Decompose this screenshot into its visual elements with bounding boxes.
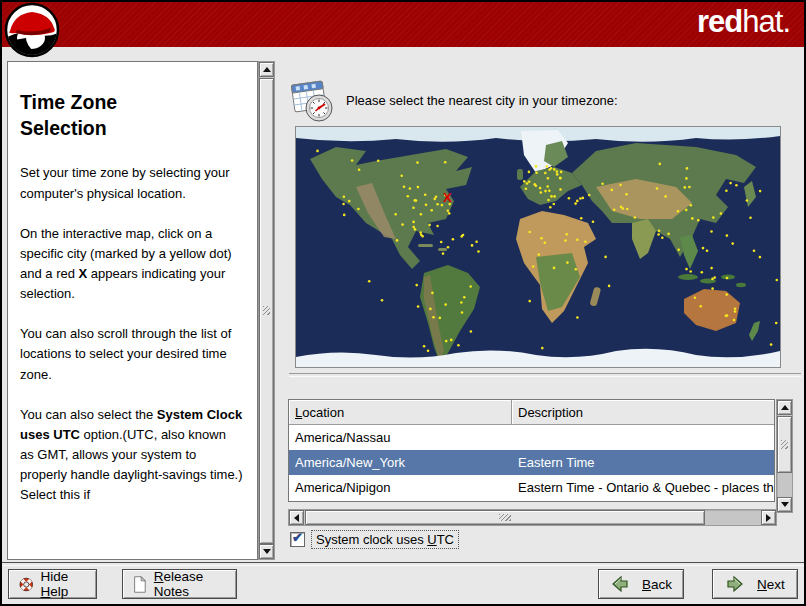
help-scrollbar-thumb[interactable] bbox=[259, 78, 274, 544]
hide-help-label: Hide Help bbox=[41, 569, 86, 599]
world-map-image: X bbox=[296, 127, 780, 367]
help-scroll-up-button[interactable] bbox=[259, 62, 274, 77]
header-bar bbox=[2, 2, 804, 47]
help-paragraph-3: You can also scroll through the list of … bbox=[20, 324, 243, 384]
arrow-down-icon bbox=[263, 549, 271, 554]
help-paragraph-1: Set your time zone by selecting your com… bbox=[20, 163, 243, 203]
back-arrow-icon bbox=[610, 575, 630, 593]
row-description: Eastern Time bbox=[512, 450, 774, 475]
brand-red: red bbox=[697, 4, 742, 39]
installer-window: redhat. Time Zone Selection Set your tim… bbox=[0, 0, 806, 606]
document-icon bbox=[133, 574, 147, 595]
table-scroll-right-button[interactable] bbox=[761, 510, 776, 525]
release-notes-button[interactable]: Release Notes bbox=[122, 569, 237, 599]
life-preserver-icon bbox=[19, 575, 34, 594]
table-row-selected[interactable]: America/New_York Eastern Time bbox=[289, 450, 774, 475]
help-paragraph-4: You can also select the System Clock use… bbox=[20, 405, 243, 506]
hide-help-button[interactable]: Hide Help bbox=[8, 569, 97, 599]
help-scrollbar[interactable] bbox=[258, 61, 275, 560]
thumb-grip-icon bbox=[781, 440, 788, 449]
help-p2-bold: X bbox=[79, 266, 88, 281]
next-label: Next bbox=[757, 577, 785, 592]
description-label: Description bbox=[518, 405, 583, 420]
table-scroll-left-button[interactable] bbox=[289, 510, 304, 525]
row-description: Eastern Time - Ontario & Quebec - places… bbox=[512, 475, 774, 500]
redhat-shadowman-logo-icon bbox=[4, 2, 60, 58]
back-button[interactable]: Back bbox=[598, 569, 684, 599]
world-map[interactable]: X bbox=[295, 126, 781, 368]
timezone-clock-icon bbox=[287, 78, 335, 124]
footer-separator bbox=[2, 562, 804, 566]
next-arrow-icon bbox=[725, 575, 745, 593]
selected-city-marker: X bbox=[443, 190, 452, 205]
help-scroll-down-button[interactable] bbox=[259, 544, 274, 559]
brand-hat: hat. bbox=[742, 4, 790, 39]
separator bbox=[289, 373, 801, 377]
table-scroll-up-button[interactable] bbox=[777, 400, 792, 415]
table-horizontal-scrollbar[interactable] bbox=[288, 509, 777, 526]
help-p4-text: You can also select the bbox=[20, 407, 157, 422]
redhat-wordmark: redhat. bbox=[697, 4, 790, 40]
table-scroll-down-button[interactable] bbox=[777, 497, 792, 512]
utc-label-text: System clock uses bbox=[316, 532, 427, 547]
release-notes-label: Release Notes bbox=[154, 569, 226, 599]
help-paragraph-2: On the interactive map, click on a speci… bbox=[20, 224, 243, 305]
thumb-grip-icon bbox=[263, 306, 270, 315]
column-header-location[interactable]: Location bbox=[289, 400, 512, 425]
table-header-row: Location Description bbox=[289, 400, 774, 425]
timezone-table: Location Description America/Nassau Amer… bbox=[288, 399, 775, 502]
back-label: Back bbox=[642, 577, 672, 592]
location-label: ocation bbox=[302, 405, 344, 420]
arrow-right-icon bbox=[766, 514, 771, 522]
utc-checkbox[interactable] bbox=[290, 532, 305, 547]
arrow-down-icon bbox=[781, 502, 789, 507]
prompt-label: Please select the nearest city in your t… bbox=[346, 93, 618, 108]
utc-label-rest: TC bbox=[437, 532, 454, 547]
table-row[interactable]: America/Nipigon Eastern Time - Ontario &… bbox=[289, 475, 774, 500]
row-description bbox=[512, 425, 774, 450]
column-header-description[interactable]: Description bbox=[512, 400, 774, 425]
next-button[interactable]: Next bbox=[712, 569, 798, 599]
utc-checkbox-label[interactable]: System clock uses UTC bbox=[311, 530, 459, 549]
row-location: America/Nassau bbox=[289, 425, 512, 450]
table-hscrollbar-thumb[interactable] bbox=[305, 510, 705, 525]
thumb-grip-icon bbox=[499, 514, 511, 521]
table-vertical-scrollbar[interactable] bbox=[776, 399, 793, 513]
row-location: America/New_York bbox=[289, 450, 512, 475]
help-panel: Time Zone Selection Set your time zone b… bbox=[7, 61, 258, 560]
arrow-up-icon bbox=[263, 67, 271, 72]
row-location: America/Nipigon bbox=[289, 475, 512, 500]
utc-option: System clock uses UTC bbox=[290, 529, 459, 549]
utc-mnemonic: U bbox=[427, 532, 436, 547]
table-vscrollbar-thumb[interactable] bbox=[777, 416, 792, 473]
page-title: Time Zone Selection bbox=[20, 90, 180, 141]
table-row[interactable]: America/Nassau bbox=[289, 425, 774, 450]
arrow-left-icon bbox=[294, 514, 299, 522]
arrow-up-icon bbox=[781, 405, 789, 410]
